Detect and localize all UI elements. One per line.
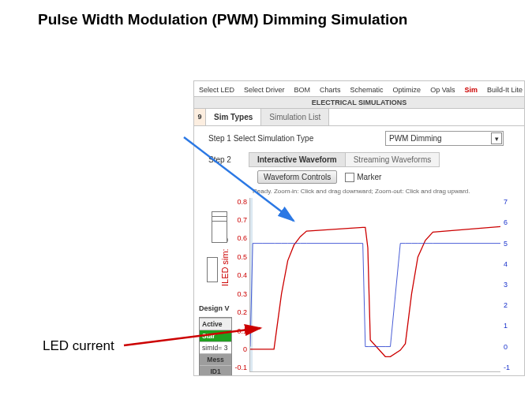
tab-streaming-waveforms[interactable]: Streaming Waveforms: [345, 152, 440, 167]
tick: 6: [504, 218, 508, 226]
tick: 4: [504, 260, 508, 268]
tick: 3: [504, 281, 508, 289]
marker-checkbox[interactable]: Marker: [345, 173, 381, 182]
tab-charts[interactable]: Charts: [315, 84, 346, 96]
active-header: Active: [200, 318, 231, 330]
component-icon: [212, 211, 227, 243]
step-number-badge: 9: [194, 109, 206, 125]
tick: 0.1: [237, 327, 247, 335]
step1-label: Step 1 Select Simulation Type: [208, 134, 313, 143]
tab-select-led[interactable]: Select LED: [194, 84, 239, 96]
tab-simulation-list[interactable]: Simulation List: [261, 109, 329, 125]
top-tab-bar: Select LEDSelect DriverBOMChartsSchemati…: [194, 81, 524, 97]
tab-bom[interactable]: BOM: [290, 84, 316, 96]
waveform-controls-button[interactable]: Waveform Controls: [257, 170, 337, 184]
tab-optimize[interactable]: Optimize: [388, 84, 426, 96]
step2-label: Step 2: [208, 155, 231, 164]
checkbox-icon: [345, 173, 354, 182]
tab-schematic[interactable]: Schematic: [346, 84, 388, 96]
panel-subheader: ELECTRICAL SIMULATIONS: [194, 97, 524, 109]
marker-label: Marker: [357, 173, 381, 181]
simid-cell: simId= 3: [200, 341, 231, 353]
tab-interactive-waveform[interactable]: Interactive Waveform: [249, 152, 346, 167]
tick: 2: [504, 301, 508, 309]
tick: 0.3: [237, 290, 247, 298]
step1-row: Step 1 Select Simulation Type PWM Dimmin…: [194, 126, 524, 151]
y-axis-right-label: VEN sim: 3: [524, 318, 525, 366]
tab-build-it-lite[interactable]: Build-It Lite: [482, 84, 525, 96]
tick: 5: [504, 240, 508, 248]
page-title: Pulse Width Modulation (PWM) Dimming Sim…: [38, 11, 407, 28]
tick: 0.2: [237, 308, 247, 316]
id-button[interactable]: ID1: [200, 365, 231, 376]
tick: 0: [504, 343, 508, 351]
design-label: Design V: [199, 304, 230, 312]
waveform-plot[interactable]: -0.100.10.20.30.40.50.60.70.8-101234567: [249, 198, 500, 372]
tick: 0.7: [237, 216, 247, 224]
start-button[interactable]: Star: [200, 330, 231, 341]
zoom-hint: Ready. Zoom-in: Click and drag downward;…: [194, 186, 524, 196]
tick: 0.8: [237, 198, 247, 206]
left-sidebar-strip: Design V Active Star simId= 3 Mess ID1: [194, 211, 233, 376]
y-axis-right-num: 3: [524, 318, 525, 324]
tab-op-vals[interactable]: Op Vals: [425, 84, 459, 96]
tick: 1: [504, 322, 508, 330]
tick: 7: [504, 198, 508, 206]
annotation-led-current: LED current: [43, 338, 114, 354]
tick: -0.1: [234, 364, 247, 371]
tick: -1: [504, 364, 510, 371]
series-VEN: [250, 244, 500, 347]
series-ILED: [250, 226, 500, 356]
mess-button[interactable]: Mess: [200, 353, 231, 365]
tab-select-driver[interactable]: Select Driver: [239, 84, 290, 96]
simulation-type-select[interactable]: PWM Dimming ▾: [385, 131, 504, 146]
component-icon: [207, 257, 218, 282]
tab-sim[interactable]: Sim: [459, 84, 482, 96]
chevron-down-icon: ▾: [491, 132, 502, 144]
tick: 0.6: [237, 234, 247, 242]
waveform-svg: [250, 198, 500, 371]
step-tabs-row: 9 Sim Types Simulation List: [194, 109, 524, 126]
tab-sim-types[interactable]: Sim Types: [206, 109, 261, 125]
simulation-panel: Select LEDSelect DriverBOMChartsSchemati…: [193, 80, 525, 376]
tick: 0.5: [237, 253, 247, 261]
controls-row: Waveform Controls Marker: [194, 168, 524, 186]
step2-row: Step 2 Interactive Waveform Streaming Wa…: [194, 151, 524, 168]
simulation-type-value: PWM Dimming: [389, 134, 442, 143]
tick: 0: [243, 345, 247, 353]
tick: 0.4: [237, 271, 247, 279]
